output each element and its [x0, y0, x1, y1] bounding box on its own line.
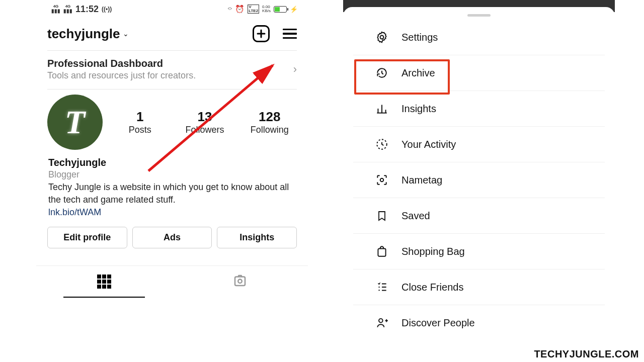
profile-bio: Techy Jungle is a website in which you g…	[48, 181, 296, 206]
chevron-down-icon: ⌄	[123, 30, 129, 38]
svg-point-1	[238, 280, 242, 284]
sheet-grabber[interactable]	[467, 14, 491, 17]
menu-item-archive[interactable]: Archive	[353, 55, 605, 91]
menu-item-close-friends[interactable]: Close Friends	[353, 269, 605, 305]
bluetooth-icon: ⌔	[228, 6, 232, 13]
tab-tagged[interactable]	[172, 266, 308, 297]
watermark: TECHYJUNGLE.COM	[534, 348, 639, 360]
menu-label: Discover People	[401, 317, 475, 329]
status-time: 11:52	[75, 4, 99, 15]
stat-following[interactable]: 128 Following	[242, 109, 297, 135]
profile-screen: 4G▮▮▮ 4G▮▮▮ 11:52 ((•)) ⌔ ⏰ VLTE2 0.00 K…	[36, 0, 308, 352]
svg-point-5	[380, 178, 384, 182]
dashboard-subtitle: Tools and resources just for creators.	[47, 70, 196, 81]
saved-icon	[374, 208, 389, 223]
svg-rect-0	[235, 277, 245, 286]
menu-label: Insights	[401, 103, 436, 115]
activity-icon	[374, 137, 389, 152]
charging-icon: ⚡	[290, 6, 298, 13]
hotspot-icon: ((•))	[102, 6, 112, 13]
stat-followers[interactable]: 13 Followers	[178, 109, 232, 135]
svg-rect-6	[378, 249, 385, 256]
profile-username: techyjungle	[47, 26, 120, 42]
tagged-icon	[232, 273, 248, 290]
avatar-letter: T	[65, 103, 85, 141]
nametag-icon	[374, 172, 389, 188]
menu-button[interactable]	[283, 29, 297, 39]
edit-profile-button[interactable]: Edit profile	[47, 227, 127, 248]
shopping-icon	[374, 244, 389, 259]
net-speed: 0.00 KB/s	[262, 5, 271, 13]
menu-label: Shopping Bag	[401, 246, 465, 257]
menu-item-your-activity[interactable]: Your Activity	[353, 127, 605, 162]
signal-1-icon: 4G▮▮▮	[51, 5, 60, 14]
menu-label: Nametag	[401, 174, 442, 186]
stat-posts[interactable]: 1 Posts	[113, 109, 168, 135]
grid-icon	[97, 275, 111, 289]
chevron-right-icon: ›	[293, 63, 297, 76]
settings-icon	[374, 30, 389, 45]
username-switcher[interactable]: techyjungle ⌄	[47, 26, 129, 42]
svg-point-7	[379, 319, 383, 323]
profile-avatar[interactable]: T	[47, 95, 103, 150]
insights-button[interactable]: Insights	[217, 227, 297, 248]
menu-label: Saved	[401, 210, 430, 222]
menu-item-settings[interactable]: Settings	[353, 20, 605, 55]
alarm-icon: ⏰	[235, 5, 245, 14]
ads-button[interactable]: Ads	[132, 227, 212, 248]
close-friends-icon	[374, 280, 389, 295]
menu-label: Archive	[401, 67, 435, 79]
create-post-button[interactable]	[253, 25, 270, 42]
menu-item-shopping-bag[interactable]: Shopping Bag	[353, 234, 605, 269]
svg-point-3	[380, 36, 384, 39]
professional-dashboard-row[interactable]: Professional Dashboard Tools and resourc…	[36, 51, 308, 89]
menu-label: Close Friends	[401, 282, 463, 293]
status-bar: 4G▮▮▮ 4G▮▮▮ 11:52 ((•)) ⌔ ⏰ VLTE2 0.00 K…	[36, 0, 308, 16]
tab-grid[interactable]	[36, 266, 172, 297]
menu-item-nametag[interactable]: Nametag	[353, 162, 605, 198]
battery-icon	[274, 6, 287, 13]
profile-display-name: Techyjungle	[48, 157, 296, 168]
profile-link[interactable]: lnk.bio/tWAM	[48, 207, 296, 218]
insights-icon	[374, 101, 389, 116]
menu-item-insights[interactable]: Insights	[353, 91, 605, 127]
signal-2-icon: 4G▮▮▮	[63, 5, 72, 14]
dashboard-title: Professional Dashboard	[47, 58, 196, 69]
lte-icon: VLTE2	[248, 5, 259, 14]
menu-sheet: Settings Archive	[343, 0, 615, 352]
discover-icon	[374, 315, 389, 330]
menu-label: Your Activity	[401, 139, 456, 150]
archive-icon	[374, 65, 389, 80]
menu-label: Settings	[401, 32, 438, 43]
menu-item-discover-people[interactable]: Discover People	[353, 305, 605, 340]
menu-item-saved[interactable]: Saved	[353, 198, 605, 234]
profile-category: Blogger	[48, 169, 296, 180]
